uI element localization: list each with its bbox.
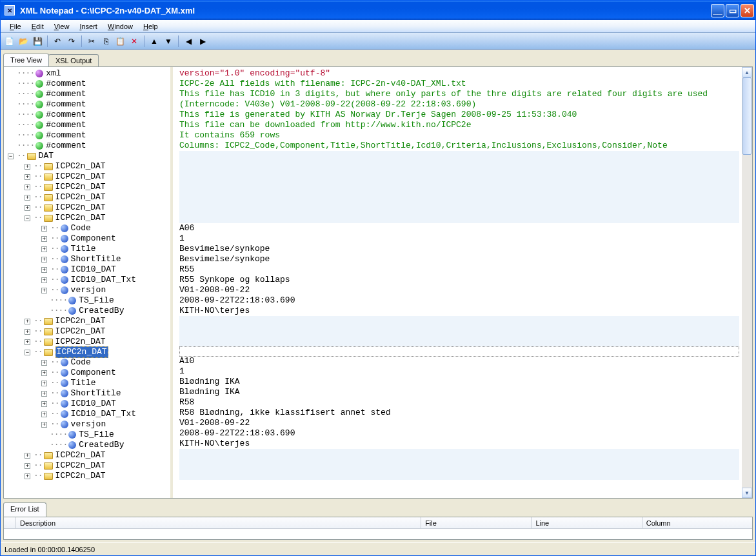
value-empty[interactable] (179, 316, 739, 326)
node-child[interactable]: ICPC2n_DAT (55, 326, 106, 337)
node-createdby[interactable]: CreatedBy (79, 440, 124, 450)
value-empty[interactable] (179, 203, 739, 213)
expand-icon[interactable]: + (25, 184, 30, 190)
value-empty[interactable] (179, 449, 739, 459)
value-createdby[interactable]: KITH-NO\terjes (179, 439, 739, 449)
value-empty[interactable] (179, 192, 739, 203)
save-button[interactable]: 💾 (32, 35, 43, 47)
expand-icon[interactable]: + (41, 412, 47, 417)
value-comment[interactable]: Columns: ICPC2_Code,Component,Title,Shor… (179, 141, 739, 151)
scroll-up-button[interactable]: ▲ (742, 67, 752, 77)
expand-icon[interactable]: + (41, 257, 47, 263)
value-empty[interactable] (179, 459, 739, 470)
value-empty[interactable] (179, 151, 739, 161)
collapse-icon[interactable]: − (25, 215, 30, 221)
node-child[interactable]: ICPC2n_DAT (55, 192, 106, 203)
tab-tree-view[interactable]: Tree View (3, 54, 49, 66)
node-child[interactable]: ICPC2n_DAT (55, 461, 106, 471)
error-list[interactable]: Description File Line Column (3, 517, 753, 540)
expand-icon[interactable]: + (41, 370, 47, 376)
value-selected-row[interactable] (179, 346, 739, 357)
value-icd10dat[interactable]: R55 (179, 264, 739, 275)
expand-icon[interactable]: + (41, 277, 47, 283)
node-code[interactable]: Code (71, 357, 91, 368)
nudge-up-button[interactable]: ▲ (148, 35, 160, 47)
tab-error-list[interactable]: Error List (3, 502, 46, 517)
expand-icon[interactable]: + (25, 339, 30, 345)
value-tsfile[interactable]: 2008-09-22T22:18:03.690 (179, 428, 739, 439)
expand-icon[interactable]: + (41, 422, 47, 428)
menu-edit[interactable]: Edit (26, 21, 49, 32)
menu-view[interactable]: View (49, 21, 75, 32)
expand-icon[interactable]: + (41, 381, 47, 386)
value-pane[interactable]: version="1.0" encoding="utf-8" ICPC-2e A… (173, 67, 742, 498)
menu-help[interactable]: Help (138, 21, 163, 32)
collapse-icon[interactable]: − (8, 154, 14, 159)
title-bar[interactable]: ✕ XML Notepad - C:\ICPC-2n-v40-DAT_XM.xm… (1, 1, 755, 20)
node-shorttitle[interactable]: ShortTitle (71, 388, 121, 399)
scroll-down-button[interactable]: ▼ (742, 488, 752, 498)
value-versjon[interactable]: V01-2008-09-22 (179, 285, 739, 295)
value-empty[interactable] (179, 337, 739, 347)
node-child[interactable]: ICPC2n_DAT (55, 172, 106, 182)
value-tsfile[interactable]: 2008-09-22T22:18:03.690 (179, 295, 739, 306)
value-xml-decl[interactable]: version="1.0" encoding="utf-8" (179, 68, 739, 79)
node-tsfile[interactable]: TS_File (79, 295, 114, 306)
node-comment[interactable]: #comment (46, 99, 86, 110)
node-tsfile[interactable]: TS_File (79, 430, 114, 440)
node-code[interactable]: Code (71, 223, 91, 233)
node-comment[interactable]: #comment (46, 110, 86, 120)
node-component[interactable]: Component (71, 368, 116, 378)
vertical-scrollbar[interactable]: ▲ ▼ (742, 67, 752, 498)
expand-icon[interactable]: + (25, 453, 30, 459)
value-icd10dattxt[interactable]: R55 Synkope og kollaps (179, 275, 739, 285)
value-comment[interactable]: This file has ICD10 in 3 digits, but whe… (179, 89, 739, 99)
value-empty[interactable] (179, 213, 739, 223)
value-empty[interactable] (179, 182, 739, 192)
expand-icon[interactable]: + (41, 267, 47, 273)
expand-icon[interactable]: + (41, 391, 47, 397)
node-child[interactable]: ICPC2n_DAT (55, 337, 106, 347)
expand-icon[interactable]: + (25, 473, 30, 479)
expand-icon[interactable]: + (41, 288, 47, 293)
value-code[interactable]: A06 (179, 223, 739, 233)
node-createdby[interactable]: CreatedBy (79, 306, 124, 316)
node-comment[interactable]: #comment (46, 130, 86, 141)
expand-icon[interactable]: + (25, 329, 30, 335)
node-title[interactable]: Title (71, 244, 96, 254)
value-title[interactable]: Blødning IKA (179, 377, 739, 387)
new-button[interactable]: 📄 (3, 35, 15, 47)
value-code[interactable]: A10 (179, 356, 739, 366)
node-comment[interactable]: #comment (46, 141, 86, 151)
nudge-down-button[interactable]: ▼ (163, 35, 174, 47)
col-line[interactable]: Line (532, 517, 642, 528)
expand-icon[interactable]: + (41, 236, 47, 242)
node-shorttitle[interactable]: ShortTitle (71, 254, 121, 264)
value-component[interactable]: 1 (179, 233, 739, 244)
node-comment[interactable]: #comment (46, 120, 86, 130)
value-versjon[interactable]: V01-2008-09-22 (179, 418, 739, 428)
value-empty[interactable] (179, 470, 739, 480)
node-child[interactable]: ICPC2n_DAT (55, 161, 106, 172)
undo-button[interactable]: ↶ (52, 35, 63, 47)
scroll-thumb[interactable] (742, 77, 751, 155)
menu-window[interactable]: Window (103, 21, 138, 32)
nudge-left-button[interactable]: ◀ (183, 35, 194, 47)
value-shorttitle[interactable]: Blødning IKA (179, 387, 739, 397)
node-versjon[interactable]: versjon (71, 419, 106, 430)
expand-icon[interactable]: + (41, 226, 47, 232)
paste-button[interactable]: 📋 (114, 35, 126, 47)
node-child[interactable]: ICPC2n_DAT (55, 203, 106, 213)
node-child[interactable]: ICPC2n_DAT (55, 316, 106, 326)
node-title[interactable]: Title (71, 378, 96, 388)
minimize-button[interactable]: __ (711, 4, 724, 17)
expand-icon[interactable]: + (41, 401, 47, 407)
expand-icon[interactable]: + (41, 246, 47, 252)
expand-icon[interactable]: + (25, 195, 30, 201)
tree-pane[interactable]: ····xml ····#comment ····#comment ····#c… (4, 67, 170, 498)
value-createdby[interactable]: KITH-NO\terjes (179, 306, 739, 316)
copy-button[interactable]: ⎘ (100, 35, 112, 47)
node-icd10dat[interactable]: ICD10_DAT (71, 264, 116, 275)
value-comment[interactable]: (Interncode: V403e) V01-2008-09-22(2008-… (179, 99, 739, 110)
cut-button[interactable]: ✂ (86, 35, 97, 47)
